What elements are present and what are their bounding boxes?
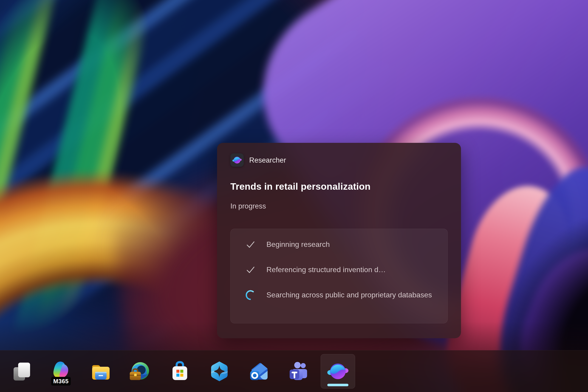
taskbar-item-outlook[interactable]	[242, 354, 276, 388]
outlook-icon	[248, 360, 270, 382]
taskbar-item-copilot[interactable]	[202, 354, 236, 388]
desktop: Researcher Trends in retail personalizat…	[0, 0, 588, 392]
step-row-completed: Referencing structured invention d…	[245, 264, 434, 276]
taskbar-item-teams[interactable]	[281, 354, 316, 388]
m365-badge: M365	[51, 377, 71, 386]
file-explorer-icon	[90, 360, 112, 382]
card-status: In progress	[230, 202, 266, 211]
checkmark-icon	[245, 238, 256, 250]
checkmark-icon	[245, 264, 256, 276]
copilot-icon	[208, 360, 230, 382]
steps-panel: Beginning research Referencing structure…	[230, 229, 448, 323]
taskbar-item-file-explorer[interactable]	[84, 354, 118, 388]
microsoft-store-icon	[169, 360, 191, 382]
step-label: Referencing structured invention d…	[266, 264, 386, 275]
researcher-swirl-icon	[232, 155, 242, 165]
taskbar-item-task-view[interactable]	[4, 354, 39, 388]
taskbar-item-m365-copilot[interactable]: M365	[44, 354, 78, 388]
card-title: Trends in retail personalization	[230, 181, 370, 192]
task-view-icon	[11, 360, 33, 382]
step-row-completed: Beginning research	[245, 238, 434, 250]
step-label: Beginning research	[266, 238, 330, 250]
step-row-in-progress: Searching across public and proprietary …	[245, 289, 434, 301]
step-label: Searching across public and proprietary …	[266, 289, 432, 300]
taskbar: M365	[0, 350, 588, 392]
progress-spinner-icon	[245, 289, 256, 301]
active-app-indicator	[327, 384, 348, 386]
card-app-name: Researcher	[249, 156, 286, 165]
wallpaper-green-ribbons	[0, 0, 236, 392]
taskbar-item-edge-work[interactable]	[123, 354, 158, 388]
researcher-app-icon	[230, 154, 244, 167]
researcher-progress-card[interactable]: Researcher Trends in retail personalizat…	[217, 143, 461, 338]
researcher-icon	[327, 360, 349, 382]
taskbar-item-researcher[interactable]	[321, 354, 355, 388]
edge-browser-icon	[129, 360, 151, 382]
taskbar-item-microsoft-store[interactable]	[162, 354, 197, 388]
teams-icon	[287, 360, 310, 382]
